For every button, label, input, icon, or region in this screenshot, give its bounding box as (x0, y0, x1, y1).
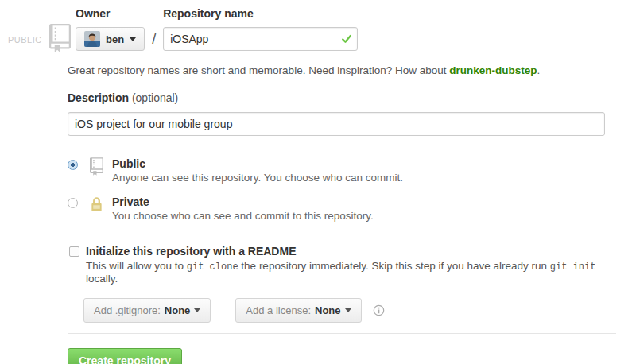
gitignore-value: None (165, 304, 191, 316)
git-init-code: git init (550, 261, 596, 273)
addons-row: Add .gitignore: None Add a license: None (83, 296, 616, 323)
private-option-description: You choose who can see and commit to thi… (112, 210, 374, 222)
owner-label: Owner (76, 7, 145, 20)
description-optional: (optional) (132, 91, 178, 104)
repo-book-icon (87, 157, 105, 178)
hint-suggestion: drunken-dubstep (449, 64, 537, 76)
description-label-text: Description (68, 91, 129, 104)
caret-down-icon (194, 308, 200, 312)
visibility-watermark: PUBLIC (8, 24, 71, 55)
readme-desc-text: locally. (86, 273, 118, 285)
readme-option-row: Initialize this repository with a README… (68, 245, 616, 285)
public-option-label[interactable]: Public (112, 157, 403, 170)
git-clone-code: git clone (187, 261, 238, 273)
public-option-description: Anyone can see this repository. You choo… (112, 172, 403, 184)
readme-label[interactable]: Initialize this repository with a README (86, 245, 616, 258)
readme-checkbox[interactable] (69, 246, 80, 257)
license-dropdown-button[interactable]: Add a license: None (235, 298, 361, 323)
lock-icon (87, 196, 105, 216)
repo-name-input[interactable] (163, 27, 358, 51)
license-value: None (315, 304, 341, 316)
private-option-label[interactable]: Private (112, 196, 374, 208)
readme-desc-text: the repository immediately. Skip this st… (238, 260, 550, 272)
hint-period: . (537, 64, 541, 76)
caret-down-icon (345, 308, 351, 312)
owner-repo-separator: / (152, 31, 156, 48)
description-input[interactable] (68, 112, 605, 136)
private-radio[interactable] (68, 198, 78, 208)
readme-description: This will allow you to git clone the rep… (86, 260, 616, 285)
valid-check-icon (341, 33, 352, 47)
caret-down-icon (130, 37, 136, 41)
section-divider (68, 333, 616, 334)
section-divider (68, 234, 616, 234)
repo-identity-row: Owner ben / Repository name (68, 7, 616, 51)
owner-name: ben (106, 33, 124, 45)
public-radio[interactable] (68, 160, 78, 170)
vertical-divider (223, 296, 223, 323)
visibility-option-public[interactable]: Public Anyone can see this repository. Y… (68, 157, 616, 184)
readme-desc-text: This will allow you to (86, 260, 187, 272)
repo-name-label: Repository name (163, 7, 358, 20)
description-label: Description (optional) (68, 91, 616, 104)
watermark-label: PUBLIC (8, 35, 42, 45)
gitignore-label: Add .gitignore: (94, 304, 161, 316)
license-label: Add a license: (246, 304, 311, 316)
owner-select-button[interactable]: ben (76, 27, 145, 51)
info-icon[interactable] (373, 304, 385, 316)
gitignore-dropdown-button[interactable]: Add .gitignore: None (83, 298, 211, 323)
owner-avatar (84, 31, 100, 47)
repo-name-hint: Great repository names are short and mem… (68, 64, 616, 76)
hint-text: Great repository names are short and mem… (68, 64, 449, 76)
create-repository-button[interactable]: Create repository (68, 348, 182, 364)
visibility-option-private[interactable]: Private You choose who can see and commi… (68, 196, 616, 222)
